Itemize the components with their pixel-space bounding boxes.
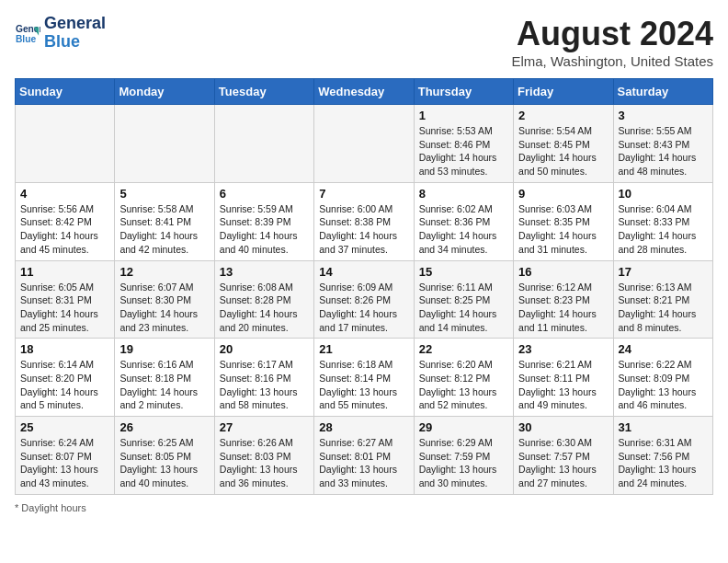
day-info: Sunrise: 6:26 AMSunset: 8:03 PMDaylight:…	[220, 436, 309, 490]
calendar-cell: 17Sunrise: 6:13 AMSunset: 8:21 PMDayligh…	[613, 260, 712, 339]
day-number: 29	[419, 420, 508, 434]
day-number: 24	[619, 342, 708, 356]
calendar-cell: 3Sunrise: 5:55 AMSunset: 8:43 PMDaylight…	[613, 105, 712, 183]
calendar-cell: 9Sunrise: 6:03 AMSunset: 8:35 PMDaylight…	[514, 182, 613, 260]
calendar-cell: 7Sunrise: 6:00 AMSunset: 8:38 PMDaylight…	[314, 182, 414, 260]
day-number: 3	[619, 109, 708, 122]
calendar-cell: 28Sunrise: 6:27 AMSunset: 8:01 PMDayligh…	[314, 417, 414, 495]
calendar-cell: 1Sunrise: 5:53 AMSunset: 8:46 PMDaylight…	[414, 105, 513, 183]
calendar-cell: 23Sunrise: 6:21 AMSunset: 8:11 PMDayligh…	[514, 339, 613, 417]
day-info: Sunrise: 5:53 AMSunset: 8:46 PMDaylight:…	[419, 124, 508, 178]
day-number: 17	[619, 265, 708, 279]
day-number: 27	[220, 420, 309, 434]
day-info: Sunrise: 5:55 AMSunset: 8:43 PMDaylight:…	[619, 124, 708, 178]
day-number: 15	[419, 265, 508, 279]
footer-note: * Daylight hours	[15, 502, 713, 513]
calendar-cell: 11Sunrise: 6:05 AMSunset: 8:31 PMDayligh…	[16, 260, 115, 339]
calendar-cell: 5Sunrise: 5:58 AMSunset: 8:41 PMDaylight…	[115, 182, 214, 260]
logo-icon: General Blue	[15, 20, 40, 46]
day-info: Sunrise: 6:05 AMSunset: 8:31 PMDaylight:…	[20, 281, 109, 335]
day-info: Sunrise: 5:54 AMSunset: 8:45 PMDaylight:…	[518, 124, 608, 178]
svg-text:Blue: Blue	[16, 34, 37, 44]
calendar-cell	[314, 105, 414, 183]
calendar-cell: 26Sunrise: 6:25 AMSunset: 8:05 PMDayligh…	[115, 417, 214, 495]
main-title: August 2024	[511, 15, 713, 53]
day-info: Sunrise: 6:18 AMSunset: 8:14 PMDaylight:…	[319, 358, 408, 412]
day-info: Sunrise: 6:13 AMSunset: 8:21 PMDaylight:…	[619, 281, 708, 335]
day-info: Sunrise: 6:03 AMSunset: 8:35 PMDaylight:…	[518, 202, 608, 257]
weekday-header-monday: Monday	[115, 79, 214, 105]
day-info: Sunrise: 6:21 AMSunset: 8:11 PMDaylight:…	[518, 358, 608, 412]
day-info: Sunrise: 6:17 AMSunset: 8:16 PMDaylight:…	[220, 358, 309, 412]
day-number: 4	[20, 187, 109, 201]
day-number: 13	[220, 265, 309, 279]
day-number: 11	[20, 265, 109, 279]
calendar-cell: 22Sunrise: 6:20 AMSunset: 8:12 PMDayligh…	[414, 339, 513, 417]
weekday-header-wednesday: Wednesday	[314, 79, 414, 105]
day-number: 28	[319, 420, 408, 434]
day-info: Sunrise: 5:56 AMSunset: 8:42 PMDaylight:…	[20, 202, 109, 257]
day-info: Sunrise: 6:27 AMSunset: 8:01 PMDaylight:…	[319, 436, 408, 490]
calendar-cell: 19Sunrise: 6:16 AMSunset: 8:18 PMDayligh…	[115, 339, 214, 417]
day-info: Sunrise: 6:08 AMSunset: 8:28 PMDaylight:…	[220, 281, 309, 335]
day-info: Sunrise: 6:00 AMSunset: 8:38 PMDaylight:…	[319, 202, 408, 257]
calendar-cell: 16Sunrise: 6:12 AMSunset: 8:23 PMDayligh…	[514, 260, 613, 339]
day-number: 12	[119, 265, 209, 279]
day-number: 31	[619, 420, 708, 434]
calendar-cell: 30Sunrise: 6:30 AMSunset: 7:57 PMDayligh…	[514, 417, 613, 495]
day-info: Sunrise: 6:11 AMSunset: 8:25 PMDaylight:…	[419, 281, 508, 335]
day-number: 10	[619, 187, 708, 201]
day-info: Sunrise: 6:02 AMSunset: 8:36 PMDaylight:…	[419, 202, 508, 257]
day-number: 16	[518, 265, 608, 279]
weekday-header-friday: Friday	[514, 79, 613, 105]
day-number: 18	[20, 342, 109, 356]
day-number: 7	[319, 187, 408, 201]
header: General Blue General Blue August 2024 El…	[15, 15, 713, 69]
day-info: Sunrise: 6:30 AMSunset: 7:57 PMDaylight:…	[518, 436, 608, 490]
logo-text: General Blue	[44, 15, 106, 52]
day-info: Sunrise: 6:29 AMSunset: 7:59 PMDaylight:…	[419, 436, 508, 490]
day-number: 9	[518, 187, 608, 201]
day-number: 8	[419, 187, 508, 201]
day-number: 1	[419, 109, 508, 122]
calendar-cell: 25Sunrise: 6:24 AMSunset: 8:07 PMDayligh…	[16, 417, 115, 495]
calendar-cell: 4Sunrise: 5:56 AMSunset: 8:42 PMDaylight…	[16, 182, 115, 260]
calendar-cell: 10Sunrise: 6:04 AMSunset: 8:33 PMDayligh…	[613, 182, 712, 260]
subtitle: Elma, Washington, United States	[511, 53, 713, 69]
day-number: 14	[319, 265, 408, 279]
day-number: 26	[119, 420, 209, 434]
logo: General Blue General Blue	[15, 15, 106, 52]
day-info: Sunrise: 6:20 AMSunset: 8:12 PMDaylight:…	[419, 358, 508, 412]
calendar-cell: 27Sunrise: 6:26 AMSunset: 8:03 PMDayligh…	[214, 417, 313, 495]
calendar-cell: 12Sunrise: 6:07 AMSunset: 8:30 PMDayligh…	[115, 260, 214, 339]
calendar-cell	[115, 105, 214, 183]
weekday-header-sunday: Sunday	[16, 79, 115, 105]
day-info: Sunrise: 6:12 AMSunset: 8:23 PMDaylight:…	[518, 281, 608, 335]
calendar-cell: 14Sunrise: 6:09 AMSunset: 8:26 PMDayligh…	[314, 260, 414, 339]
day-info: Sunrise: 6:22 AMSunset: 8:09 PMDaylight:…	[619, 358, 708, 412]
day-number: 6	[220, 187, 309, 201]
calendar-cell	[214, 105, 313, 183]
calendar-cell: 8Sunrise: 6:02 AMSunset: 8:36 PMDaylight…	[414, 182, 513, 260]
calendar-cell: 21Sunrise: 6:18 AMSunset: 8:14 PMDayligh…	[314, 339, 414, 417]
calendar-cell: 31Sunrise: 6:31 AMSunset: 7:56 PMDayligh…	[613, 417, 712, 495]
day-info: Sunrise: 6:25 AMSunset: 8:05 PMDaylight:…	[119, 436, 209, 490]
day-number: 30	[518, 420, 608, 434]
day-info: Sunrise: 5:59 AMSunset: 8:39 PMDaylight:…	[220, 202, 309, 257]
calendar-cell	[16, 105, 115, 183]
day-info: Sunrise: 5:58 AMSunset: 8:41 PMDaylight:…	[119, 202, 209, 257]
calendar-cell: 20Sunrise: 6:17 AMSunset: 8:16 PMDayligh…	[214, 339, 313, 417]
weekday-header-thursday: Thursday	[414, 79, 513, 105]
weekday-header-saturday: Saturday	[613, 79, 712, 105]
day-number: 5	[119, 187, 209, 201]
day-number: 19	[119, 342, 209, 356]
calendar-cell: 13Sunrise: 6:08 AMSunset: 8:28 PMDayligh…	[214, 260, 313, 339]
day-number: 23	[518, 342, 608, 356]
calendar-cell: 18Sunrise: 6:14 AMSunset: 8:20 PMDayligh…	[16, 339, 115, 417]
calendar-cell: 2Sunrise: 5:54 AMSunset: 8:45 PMDaylight…	[514, 105, 613, 183]
calendar-cell: 15Sunrise: 6:11 AMSunset: 8:25 PMDayligh…	[414, 260, 513, 339]
day-number: 25	[20, 420, 109, 434]
calendar-cell: 29Sunrise: 6:29 AMSunset: 7:59 PMDayligh…	[414, 417, 513, 495]
day-number: 22	[419, 342, 508, 356]
day-info: Sunrise: 6:14 AMSunset: 8:20 PMDaylight:…	[20, 358, 109, 412]
